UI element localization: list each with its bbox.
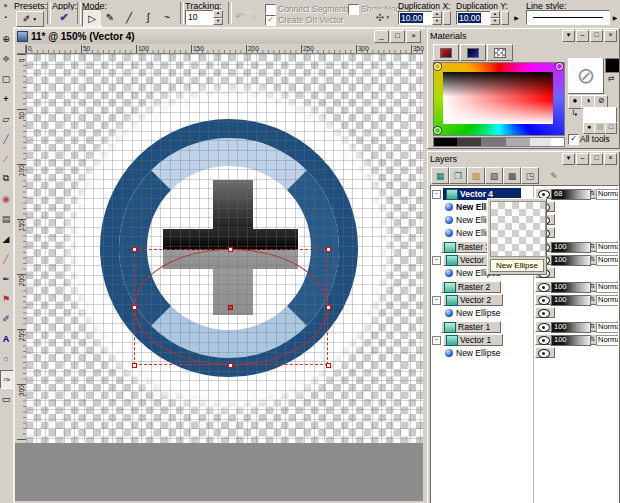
swap-colors-icon[interactable]: ⇄ bbox=[608, 74, 615, 83]
node-top-right[interactable] bbox=[326, 247, 331, 252]
style-color-button[interactable]: ● bbox=[568, 95, 582, 109]
tool-text[interactable]: A bbox=[0, 330, 12, 347]
line-style-dropdown[interactable] bbox=[526, 10, 610, 25]
spin-down-icon[interactable]: ▼ bbox=[490, 18, 500, 25]
tool-paint-brush[interactable]: ∕ bbox=[0, 150, 12, 167]
collapse-expander-icon[interactable]: − bbox=[432, 256, 441, 265]
duplication-y-extra-button[interactable] bbox=[501, 11, 509, 25]
tool-flood-fill[interactable]: ◢ bbox=[0, 230, 12, 247]
new-layer-group-button[interactable]: ▨ bbox=[467, 167, 485, 184]
tool-deform[interactable]: ❖ bbox=[0, 50, 12, 67]
opacity-slider[interactable]: 100 bbox=[551, 242, 591, 253]
tool-flag[interactable]: ⚑ bbox=[0, 290, 12, 307]
new-mask-layer-button[interactable]: ▧ bbox=[485, 167, 503, 184]
close-button[interactable]: × bbox=[406, 30, 421, 43]
bg-style-null-button[interactable]: □ bbox=[605, 122, 617, 134]
opacity-slider[interactable]: 100 bbox=[551, 255, 591, 266]
opacity-slider[interactable]: 100 bbox=[551, 322, 591, 333]
tracking-spinner[interactable]: ▲▼ bbox=[213, 10, 223, 25]
spinner-icon[interactable]: ⇅ bbox=[590, 255, 595, 264]
spin-up-icon[interactable]: ▲ bbox=[213, 10, 223, 18]
close-button[interactable]: × bbox=[604, 30, 617, 42]
node-mid-right[interactable] bbox=[326, 305, 331, 310]
tool-color-replacer[interactable]: ◉ bbox=[0, 190, 12, 207]
canvas-titlebar[interactable]: 11* @ 150% (Vector 4) _ □ × bbox=[15, 29, 423, 44]
pin-icon[interactable]: ▾ bbox=[562, 30, 575, 42]
node-top-left[interactable] bbox=[132, 247, 137, 252]
layer-row-new-ellipse[interactable]: New Ellipse bbox=[431, 307, 618, 319]
show-nodes-checkbox[interactable] bbox=[348, 4, 359, 15]
layers-titlebar[interactable]: Layers ▾ – □ × bbox=[428, 152, 619, 165]
tool-dropper[interactable]: ╱ bbox=[0, 130, 12, 147]
visibility-eye-icon[interactable] bbox=[538, 309, 550, 318]
blend-mode-dropdown[interactable]: Normal bbox=[596, 295, 619, 306]
mode-line-button[interactable]: ╱ bbox=[120, 9, 138, 25]
mode-curve-button[interactable]: ʃ bbox=[139, 9, 157, 25]
blend-mode-dropdown[interactable]: Normal bbox=[596, 335, 619, 346]
background-material-swatch[interactable] bbox=[583, 107, 617, 123]
tool-knife[interactable]: ✐ bbox=[0, 310, 12, 327]
line-style-more-icon[interactable]: ▶ bbox=[611, 11, 619, 24]
hue-marker[interactable] bbox=[434, 127, 441, 134]
visibility-eye-icon[interactable] bbox=[538, 349, 550, 358]
presets-dropdown-button[interactable]: ✐▼ bbox=[16, 11, 44, 27]
spinner-icon[interactable]: ⇅ bbox=[590, 295, 595, 304]
connect-segments-checkbox[interactable] bbox=[265, 4, 276, 15]
spin-up-icon[interactable]: ▲ bbox=[490, 11, 500, 18]
grayscale-strip[interactable] bbox=[433, 137, 565, 147]
visibility-eye-icon[interactable] bbox=[538, 336, 550, 345]
new-raster-layer-button[interactable]: ▦ bbox=[431, 167, 449, 184]
tool-preset-shapes[interactable]: ○ bbox=[0, 350, 12, 367]
tab-rainbow[interactable] bbox=[460, 44, 486, 61]
mode-draw-button[interactable]: ✎ bbox=[101, 9, 119, 25]
minimize-button[interactable]: _ bbox=[374, 30, 389, 43]
duplication-y-input[interactable]: 10.00 bbox=[456, 11, 492, 25]
visibility-eye-icon[interactable] bbox=[538, 296, 550, 305]
node-bottom-center[interactable] bbox=[228, 363, 233, 368]
materials-titlebar[interactable]: Materials ▾ – □ × bbox=[428, 29, 619, 42]
spinner-icon[interactable]: ⇅ bbox=[590, 322, 595, 331]
blend-mode-dropdown[interactable]: Normal bbox=[596, 255, 619, 266]
node-mid-left[interactable] bbox=[132, 305, 137, 310]
visibility-eye-icon[interactable] bbox=[538, 283, 550, 292]
collapse-expander-icon[interactable]: − bbox=[432, 296, 441, 305]
opacity-slider[interactable]: 100 bbox=[551, 335, 591, 346]
tool-crop[interactable]: ▢ bbox=[0, 70, 12, 87]
mode-freehand-button[interactable]: ~ bbox=[158, 9, 176, 25]
duplication-x-spinner[interactable]: ▲▼ bbox=[432, 11, 442, 25]
opacity-slider[interactable]: 100 bbox=[551, 282, 591, 293]
background-color-swatch[interactable] bbox=[605, 58, 620, 73]
hue-marker[interactable] bbox=[556, 63, 563, 70]
swap-styles-icon[interactable]: ↳ bbox=[571, 108, 579, 118]
layer-row-raster2[interactable]: Raster 2 100 ⇅ Normal bbox=[431, 281, 618, 293]
tab-frame[interactable] bbox=[433, 44, 459, 61]
tool-selection[interactable]: ▱ bbox=[0, 110, 12, 127]
blend-mode-dropdown[interactable]: Normal bbox=[596, 242, 619, 253]
maximize-button[interactable]: □ bbox=[590, 30, 603, 42]
visibility-eye-icon[interactable] bbox=[538, 323, 550, 332]
hue-frame-picker[interactable] bbox=[433, 62, 565, 136]
overflow-right-icon[interactable]: ▶ bbox=[512, 11, 521, 24]
node-bottom-right[interactable] bbox=[326, 363, 331, 368]
spin-up-icon[interactable]: ▲ bbox=[432, 11, 442, 18]
edit-selection-button[interactable]: ✎ bbox=[545, 167, 563, 184]
new-adjustment-layer-button[interactable]: ▩ bbox=[503, 167, 521, 184]
layer-row-vector1[interactable]: −Vector 1 100 ⇅ Normal bbox=[431, 334, 618, 346]
pin-icon[interactable]: ▾ bbox=[562, 153, 575, 165]
layer-row-raster1[interactable]: Raster 1 100 ⇅ Normal bbox=[431, 321, 618, 333]
layer-row-new-ellipse[interactable]: New Ellipse bbox=[431, 347, 618, 359]
saturation-box[interactable] bbox=[443, 72, 553, 124]
minimize-button[interactable]: – bbox=[576, 30, 589, 42]
hue-marker[interactable] bbox=[434, 63, 441, 70]
spin-down-icon[interactable]: ▼ bbox=[432, 18, 442, 25]
tool-pen-selected[interactable]: ✑ bbox=[0, 370, 14, 389]
duplication-x-input[interactable]: 10.00 bbox=[398, 11, 434, 25]
new-vector-layer-button[interactable]: ❐ bbox=[449, 167, 467, 184]
all-tools-checkbox[interactable]: ✓ bbox=[568, 134, 579, 145]
duplication-x-extra-button[interactable] bbox=[443, 11, 451, 25]
blend-mode-dropdown[interactable]: Normal bbox=[596, 322, 619, 333]
transform-nodes-button[interactable]: ✣▼ bbox=[372, 9, 394, 25]
spin-down-icon[interactable]: ▼ bbox=[213, 18, 223, 26]
opacity-slider[interactable]: 68 bbox=[551, 189, 591, 200]
minimize-button[interactable]: – bbox=[576, 153, 589, 165]
